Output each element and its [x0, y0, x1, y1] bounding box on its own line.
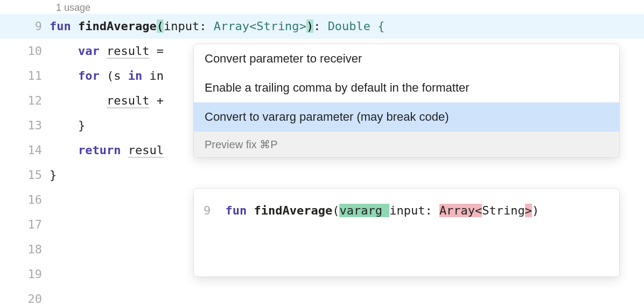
return-type: Double { — [328, 19, 385, 33]
code-content: return resul — [50, 143, 164, 157]
preview-popup: 9 fun findAverage(vararg input: Array<St… — [194, 189, 619, 277]
paren-close: ) — [306, 19, 313, 33]
code-content: for (s in in — [50, 69, 164, 82]
type-string: String — [482, 204, 524, 217]
line-number: 10 — [0, 44, 50, 58]
code-line[interactable]: 15 } — [0, 163, 644, 188]
code-line[interactable]: 9 fun findAverage(input: Array<String>):… — [0, 14, 644, 39]
code-line[interactable]: 20 — [0, 287, 644, 304]
intention-item-convert-receiver[interactable]: Convert parameter to receiver — [194, 44, 619, 73]
colon: : — [313, 19, 328, 33]
ident-in: in — [149, 69, 164, 82]
intention-popup: Convert parameter to receiver Enable a t… — [194, 44, 619, 157]
intention-footer: Preview fix ⌘P — [194, 132, 619, 157]
keyword-fun: fun — [50, 19, 78, 33]
intention-item-trailing-comma[interactable]: Enable a trailing comma by default in th… — [194, 73, 619, 102]
ident-resul: resul — [128, 143, 164, 158]
keyword-in: in — [128, 69, 150, 82]
ident-findaverage: findAverage — [254, 204, 332, 217]
type-gt: > — [299, 19, 306, 33]
brace-close: } — [78, 119, 85, 132]
ident-findaverage: findAverage — [78, 19, 157, 33]
code-content: fun findAverage(input: Array<String>): D… — [50, 19, 385, 33]
code-content: var result = — [50, 44, 164, 58]
keyword-var: var — [78, 44, 107, 58]
op-eq: = — [149, 44, 164, 58]
paren-open: ( — [332, 204, 339, 217]
code-content: } — [50, 168, 57, 182]
diff-added: vararg — [339, 204, 389, 217]
line-number: 9 — [0, 19, 50, 33]
ident-result: result — [107, 94, 149, 108]
fn-brace-close: } — [50, 168, 57, 182]
diff-removed: > — [525, 204, 532, 217]
line-number: 12 — [0, 94, 50, 107]
ident-result: result — [107, 44, 149, 59]
keyword-fun: fun — [226, 204, 254, 217]
line-number: 15 — [0, 168, 50, 182]
keyword-return: return — [78, 143, 128, 157]
code-content: } — [50, 119, 85, 132]
line-number: 16 — [0, 193, 50, 206]
line-number: 20 — [0, 292, 50, 304]
op-plus: + — [149, 94, 164, 107]
line-number: 13 — [0, 119, 50, 132]
line-number: 18 — [0, 243, 50, 256]
usage-hint[interactable]: 1 usage — [0, 0, 644, 14]
type-array: Array< — [214, 19, 256, 33]
intention-item-convert-vararg[interactable]: Convert to vararg parameter (may break c… — [194, 102, 619, 132]
param-name: input: — [389, 204, 439, 217]
paren-open: ( — [157, 19, 164, 33]
line-number: 11 — [0, 69, 50, 82]
code-editor[interactable]: 1 usage 9 fun findAverage(input: Array<S… — [0, 0, 644, 304]
diff-removed: Array< — [439, 204, 482, 217]
keyword-for: for — [78, 69, 107, 82]
line-number: 17 — [0, 218, 50, 231]
paren-close: ) — [532, 204, 539, 217]
param-name: input: — [164, 19, 214, 33]
for-paren: (s — [107, 69, 128, 82]
line-number: 19 — [0, 267, 50, 281]
preview-line-number: 9 — [204, 204, 211, 217]
type-string: String — [256, 19, 299, 33]
code-content: result + — [50, 94, 164, 107]
line-number: 14 — [0, 143, 50, 157]
